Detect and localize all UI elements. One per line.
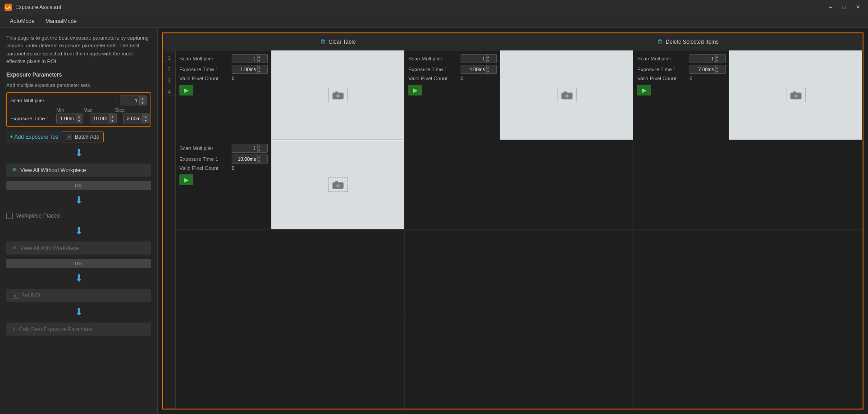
card-exp-input-1-1[interactable] <box>232 67 257 72</box>
exposure-cell-4-3-empty <box>634 319 863 409</box>
exposure-time-step-input[interactable] <box>123 116 142 121</box>
svg-text:3D: 3D <box>336 95 339 97</box>
row-label-2: 2 <box>163 62 175 73</box>
exposure-min-up[interactable]: ▲ <box>76 114 82 118</box>
card-exp-row-1-1: Exposure Time 1 ▲ ▼ <box>179 65 268 74</box>
cspin-exp-up-1-2[interactable]: ▲ <box>487 65 489 69</box>
card-exp-input-1-2[interactable] <box>461 67 486 72</box>
clear-table-icon: 🗑 <box>320 38 326 45</box>
maximize-button[interactable]: □ <box>838 3 850 12</box>
batch-add-checkbox[interactable]: ✓ <box>66 134 72 140</box>
progress-text-without: 0% <box>6 181 151 190</box>
play-btn-1-1[interactable]: ▶ <box>179 85 193 96</box>
cspin-dn-1-1[interactable]: ▼ <box>258 59 260 63</box>
scan-multiplier-up[interactable]: ▲ <box>140 96 146 100</box>
camera-outline-1-2: 3D <box>557 88 577 102</box>
cspin-dn-1-2[interactable]: ▼ <box>487 59 489 63</box>
camera-icon-2-1: 3D <box>332 180 344 189</box>
card-scan-input-1-2[interactable] <box>461 56 486 61</box>
cspin-exp-up-2-1[interactable]: ▲ <box>258 155 260 159</box>
minmax-header: Min Max Step <box>10 107 147 113</box>
set-roi-button[interactable]: ▣ Set ROI <box>6 289 151 302</box>
clear-table-button[interactable]: 🗑 Clear Table <box>163 33 513 50</box>
cspin-up-2-1[interactable]: ▲ <box>258 144 260 148</box>
cspin-up-1-1[interactable]: ▲ <box>258 55 260 59</box>
camera-icon: 3D <box>332 91 344 100</box>
cspin-up-1-2[interactable]: ▲ <box>487 55 489 59</box>
exposure-time-min-spinbox[interactable]: ▲ ▼ <box>56 114 83 123</box>
card-exp-spinbox-1-1[interactable]: ▲ ▼ <box>232 65 268 74</box>
svg-text:3D: 3D <box>565 95 568 97</box>
minimize-button[interactable]: ─ <box>825 3 836 12</box>
view-with-label: View All With WorkPiece <box>20 245 79 251</box>
exposure-cell-4-2-empty <box>405 319 634 409</box>
card-exp-spinbox-1-3[interactable]: ▲ ▼ <box>690 65 726 74</box>
cspin-exp-dn-1-3[interactable]: ▼ <box>716 69 718 73</box>
card-vpc-value-2-1: 0 <box>232 165 268 171</box>
svg-rect-6 <box>564 91 567 93</box>
cspin-exp-dn-1-1[interactable]: ▼ <box>258 69 260 73</box>
add-exposure-button[interactable]: + Add Exposure Tes <box>6 131 62 143</box>
step-label: Step <box>115 107 142 113</box>
window-controls: ─ □ ✕ <box>825 3 863 12</box>
cspin-exp-dn-1-2[interactable]: ▼ <box>487 69 489 73</box>
calc-best-button[interactable]: ⊽ Calc Best Exposure Parameter <box>6 323 151 336</box>
workpiece-checkbox[interactable] <box>6 213 13 219</box>
exposure-step-up[interactable]: ▲ <box>143 114 149 118</box>
card-scan-input-2-1[interactable] <box>232 146 257 151</box>
card-scan-input-1-3[interactable] <box>690 56 715 61</box>
card-params-1-1: Scan Multiplier ▲ ▼ <box>176 50 271 140</box>
card-exp-spinbox-1-2[interactable]: ▲ ▼ <box>461 65 497 74</box>
card-scan-spinbox-1-2[interactable]: ▲ ▼ <box>461 54 497 63</box>
play-btn-1-2[interactable]: ▶ <box>408 85 422 96</box>
view-without-workpiece-button[interactable]: 👁 View All Without Workpiece <box>6 164 151 177</box>
cspin-exp-up-1-3[interactable]: ▲ <box>716 65 718 69</box>
card-preview-1-1: 3D <box>271 50 404 140</box>
cspin-exp-dn-2-1[interactable]: ▼ <box>258 159 260 163</box>
cspin-exp-up-1-1[interactable]: ▲ <box>258 65 260 69</box>
scan-multiplier-spinbox[interactable]: ▲ ▼ <box>120 96 147 105</box>
exposure-max-up[interactable]: ▲ <box>110 114 115 118</box>
scan-multiplier-input[interactable] <box>120 98 139 103</box>
exposure-time-max-input[interactable] <box>90 116 109 121</box>
card-exp-input-1-3[interactable] <box>690 67 715 72</box>
card-exp-spinbox-2-1[interactable]: ▲ ▼ <box>232 155 268 164</box>
scan-multiplier-down[interactable]: ▼ <box>140 100 146 105</box>
cspin-dn-2-1[interactable]: ▼ <box>258 148 260 152</box>
exposure-cell-3-3-empty <box>634 230 863 319</box>
close-button[interactable]: ✕ <box>852 3 863 12</box>
arrow-3: ⬇ <box>6 225 151 237</box>
exposure-time-row: Exposure Time 1 ▲ ▼ ▲ ▼ <box>10 114 147 123</box>
delete-selected-label: Delete Selected Items <box>666 39 718 45</box>
exposure-row-2: Scan Multiplier ▲ ▼ <box>176 140 863 230</box>
delete-selected-button[interactable]: 🗑 Delete Selected Items <box>513 33 863 50</box>
exposure-max-down[interactable]: ▼ <box>110 118 115 123</box>
batch-add-label: Batch Add <box>75 134 100 140</box>
view-with-workpiece-button[interactable]: 👁 View All With WorkPiece <box>6 241 151 255</box>
svg-rect-14 <box>335 181 338 183</box>
card-exp-input-2-1[interactable] <box>232 156 257 162</box>
cspin-up-1-3[interactable]: ▲ <box>716 55 718 59</box>
arrow-5: ⬇ <box>6 306 151 318</box>
menu-automode[interactable]: AutoMode <box>5 16 40 26</box>
exposure-time-step-spinbox[interactable]: ▲ ▼ <box>123 114 150 123</box>
row-label-3: 3 <box>163 73 175 84</box>
card-preview-2-1: 3D <box>271 140 404 229</box>
card-scan-spinbox-2-1[interactable]: ▲ ▼ <box>232 144 268 153</box>
card-scan-input-1-1[interactable] <box>232 56 257 61</box>
play-btn-2-1[interactable]: ▶ <box>179 174 193 185</box>
play-btn-1-3[interactable]: ▶ <box>637 85 651 96</box>
exposure-min-down[interactable]: ▼ <box>76 118 82 123</box>
card-scan-spinbox-1-3[interactable]: ▲ ▼ <box>690 54 726 63</box>
view-without-label: View All Without Workpiece <box>20 167 86 173</box>
camera-icon-1-3: 3D <box>790 91 802 100</box>
exposure-step-down[interactable]: ▼ <box>143 118 149 123</box>
batch-add-checkbox-box[interactable]: ✓ Batch Add <box>62 132 104 142</box>
card-scan-spinbox-1-1[interactable]: ▲ ▼ <box>232 54 268 63</box>
cspin-dn-1-3[interactable]: ▼ <box>716 59 718 63</box>
card-params-1-2: Scan Multiplier ▲ ▼ <box>405 50 500 140</box>
exposure-time-min-input[interactable] <box>57 116 76 121</box>
exposure-time-max-spinbox[interactable]: ▲ ▼ <box>90 114 117 123</box>
card-exp-label: Exposure Time 1 <box>179 67 229 72</box>
menu-manualmode[interactable]: ManualMode <box>40 16 82 26</box>
